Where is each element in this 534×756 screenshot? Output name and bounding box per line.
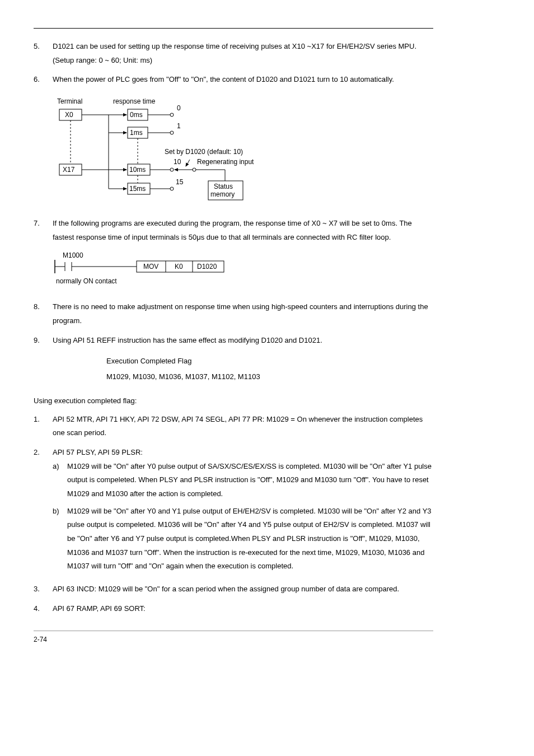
ms0: 0ms (130, 111, 143, 119)
x17-label: X17 (63, 166, 75, 174)
d1020-label: D1020 (197, 263, 217, 270)
item2-3-num: 3. (34, 582, 53, 596)
item-9-text: Using API 51 REFF instruction has the sa… (53, 334, 433, 348)
ladder-diagram: M1000 MOV K0 D1020 normally ON contact (53, 250, 433, 291)
ms1: 1ms (130, 129, 143, 137)
item2-2a-letter: a) (53, 460, 67, 501)
setby-label: Set by D1020 (default: 10) (165, 148, 243, 156)
item-6-num: 6. (34, 73, 53, 87)
exec-flag-title: Execution Completed Flag (106, 354, 433, 368)
item-5: 5. D1021 can be used for setting up the … (34, 40, 433, 67)
item2-2b: b) M1029 will be "On" after Y0 and Y1 pu… (53, 505, 433, 573)
item2-3: 3. API 63 INCD: M1029 will be "On" for a… (34, 582, 433, 596)
using-heading: Using execution completed flag: (34, 394, 433, 408)
item2-1-num: 1. (34, 413, 53, 440)
item-7-text: If the following programs are executed d… (53, 217, 433, 244)
svg-point-18 (170, 168, 174, 171)
item2-4-num: 4. (34, 602, 53, 616)
k0-label: K0 (175, 263, 183, 270)
v10: 10 (174, 158, 181, 166)
svg-line-21 (186, 160, 190, 166)
svg-point-9 (170, 113, 174, 116)
mov-label: MOV (143, 263, 158, 270)
ladder-caption: normally ON contact (56, 277, 117, 285)
regen-label: Regenerating input (197, 158, 254, 166)
page-number: 2-74 (34, 633, 433, 646)
exec-flag-block: Execution Completed Flag M1029, M1030, M… (106, 354, 433, 384)
item-8-num: 8. (34, 300, 53, 328)
top-rule (34, 28, 433, 29)
item-6-text: When the power of PLC goes from "Off" to… (53, 73, 433, 87)
timing-diagram: Terminal response time X0 X17 0ms 0 1ms … (53, 94, 433, 206)
item2-4-text: API 67 RAMP, API 69 SORT: (53, 602, 433, 616)
item-9-num: 9. (34, 334, 53, 348)
item-8-text: There is no need to make adjustment on r… (53, 300, 433, 328)
item2-2-head: API 57 PLSY, API 59 PLSR: (53, 446, 433, 460)
terminal-label: Terminal (57, 97, 82, 105)
item-9: 9. Using API 51 REFF instruction has the… (34, 334, 433, 348)
svg-point-25 (170, 187, 174, 190)
v15: 15 (176, 178, 184, 186)
item2-1-text: API 52 MTR, API 71 HKY, API 72 DSW, API … (53, 413, 433, 440)
item2-2b-letter: b) (53, 505, 67, 573)
item2-2a: a) M1029 will be "On" after Y0 pulse out… (53, 460, 433, 501)
item-7-num: 7. (34, 217, 53, 244)
item-5-num: 5. (34, 40, 53, 67)
v0: 0 (177, 104, 181, 112)
item-6: 6. When the power of PLC goes from "Off"… (34, 73, 433, 87)
item2-3-text: API 63 INCD: M1029 will be "On" for a sc… (53, 582, 433, 596)
svg-point-13 (170, 131, 174, 134)
item2-2b-text: M1029 will be "On" after Y0 and Y1 pulse… (67, 505, 433, 573)
exec-flag-list: M1029, M1030, M1036, M1037, M1102, M1103 (106, 370, 433, 384)
v1: 1 (177, 122, 181, 130)
bottom-rule (34, 631, 433, 631)
item-5-text: D1021 can be used for setting up the res… (53, 40, 433, 67)
status-label-2: memory (210, 190, 235, 198)
status-label-1: Status (214, 183, 233, 190)
item2-2: 2. API 57 PLSY, API 59 PLSR: a) M1029 wi… (34, 446, 433, 577)
m1000-label: M1000 (63, 251, 83, 259)
item2-1: 1. API 52 MTR, API 71 HKY, API 72 DSW, A… (34, 413, 433, 440)
item-7: 7. If the following programs are execute… (34, 217, 433, 244)
svg-point-20 (193, 168, 196, 171)
item2-4: 4. API 67 RAMP, API 69 SORT: (34, 602, 433, 616)
item2-2-num: 2. (34, 446, 53, 577)
ms10: 10ms (129, 166, 146, 174)
item-8: 8. There is no need to make adjustment o… (34, 300, 433, 328)
response-label: response time (113, 97, 156, 105)
ms15: 15ms (129, 185, 146, 193)
x0-label: X0 (65, 111, 73, 119)
item2-2a-text: M1029 will be "On" after Y0 pulse output… (67, 460, 433, 501)
item2-2-text: API 57 PLSY, API 59 PLSR: a) M1029 will … (53, 446, 433, 577)
